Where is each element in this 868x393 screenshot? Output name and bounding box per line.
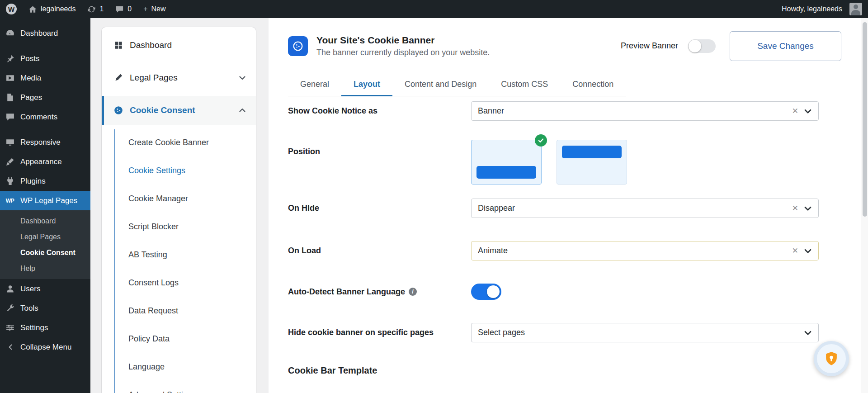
wp-admin-menu: Dashboard Posts Media Pages Comments Res… <box>0 18 90 393</box>
updates-link[interactable]: 1 <box>81 0 109 18</box>
comments-link[interactable]: 0 <box>109 0 137 18</box>
user-icon <box>5 284 15 294</box>
auto-detect-row: Auto-Detect Banner Language i <box>288 284 841 300</box>
subnav-cookie-settings[interactable]: Cookie Settings <box>102 156 256 185</box>
wp-legal-pages-icon: WP <box>5 195 15 206</box>
collapse-menu-button[interactable]: Collapse Menu <box>0 337 90 357</box>
sliders-icon <box>5 322 15 333</box>
submenu-item-legal-pages[interactable]: Legal Pages <box>0 229 90 245</box>
hide-pages-select[interactable]: Select pages <box>471 323 819 342</box>
subnav-language[interactable]: Language <box>102 353 256 381</box>
subnav-data-request[interactable]: Data Request <box>102 297 256 325</box>
subnav-consent-logs[interactable]: Consent Logs <box>102 269 256 297</box>
banner-top-preview <box>562 146 622 158</box>
sidebar-item-media[interactable]: Media <box>0 68 90 88</box>
subnav-ab-testing[interactable]: AB Testing <box>102 241 256 269</box>
on-hide-select[interactable]: Disappear ✕ <box>471 199 819 218</box>
plugin-nav-cookie-consent[interactable]: Cookie Consent <box>102 96 256 125</box>
preview-banner-toggle[interactable] <box>688 39 716 53</box>
chevron-up-icon <box>238 106 247 115</box>
show-notice-select[interactable]: Banner ✕ <box>471 101 819 121</box>
tab-layout[interactable]: Layout <box>341 75 392 96</box>
chevron-down-icon[interactable] <box>803 328 813 338</box>
comments-count: 0 <box>127 5 132 13</box>
select-value: Animate <box>478 246 508 256</box>
menu-label: Appearance <box>20 157 62 166</box>
sidebar-item-appearance[interactable]: Appearance <box>0 152 90 171</box>
sidebar-item-pages[interactable]: Pages <box>0 88 90 107</box>
comments-bubble-icon <box>115 5 124 14</box>
on-load-select[interactable]: Animate ✕ <box>471 241 819 260</box>
plugin-nav-legal-pages[interactable]: Legal Pages <box>102 63 256 92</box>
new-content-menu[interactable]: + New <box>137 0 171 18</box>
pages-icon <box>5 92 15 103</box>
menu-label: Collapse Menu <box>20 343 71 352</box>
wp-legal-pages-submenu: Dashboard Legal Pages Cookie Consent Hel… <box>0 210 90 279</box>
wrench-icon <box>5 303 15 314</box>
tab-custom-css[interactable]: Custom CSS <box>489 75 560 96</box>
show-notice-label: Show Cookie Notice as <box>288 106 471 116</box>
page-title: Your Site's Cookie Banner <box>316 35 490 46</box>
menu-separator <box>0 127 90 133</box>
clear-icon[interactable]: ✕ <box>792 107 798 115</box>
wp-logo-menu[interactable]: W <box>0 0 23 18</box>
subnav-policy-data[interactable]: Policy Data <box>102 325 256 353</box>
submenu-item-cookie-consent[interactable]: Cookie Consent <box>0 245 90 260</box>
sidebar-item-posts[interactable]: Posts <box>0 49 90 68</box>
plugin-nav-label: Dashboard <box>130 40 172 50</box>
howdy-account-menu[interactable]: Howdy, legalneeds <box>776 0 868 18</box>
sidebar-item-tools[interactable]: Tools <box>0 298 90 318</box>
cookie-banner-logo-icon <box>288 36 308 56</box>
submenu-item-help[interactable]: Help <box>0 260 90 276</box>
site-name-link[interactable]: legalneeds <box>23 0 81 18</box>
scrollbar-thumb[interactable] <box>863 22 867 217</box>
submenu-item-dashboard[interactable]: Dashboard <box>0 213 90 229</box>
updates-count: 1 <box>99 5 104 13</box>
tab-connection[interactable]: Connection <box>560 75 626 96</box>
sidebar-item-users[interactable]: Users <box>0 279 90 298</box>
clear-icon[interactable]: ✕ <box>792 204 798 212</box>
subnav-create-cookie-banner[interactable]: Create Cookie Banner <box>102 128 256 156</box>
chevron-down-icon[interactable] <box>803 106 813 116</box>
auto-detect-language-toggle[interactable] <box>471 284 501 300</box>
subnav-advanced-settings[interactable]: Advanced Settings <box>102 381 256 393</box>
sidebar-item-settings[interactable]: Settings <box>0 318 90 337</box>
sidebar-item-wp-legal-pages[interactable]: WP WP Legal Pages <box>0 191 90 210</box>
cookie-icon <box>113 105 123 115</box>
select-value: Select pages <box>478 328 525 337</box>
position-bottom-option[interactable] <box>471 140 542 185</box>
selected-check-icon <box>535 134 547 147</box>
shield-lock-icon <box>823 350 840 367</box>
clear-icon[interactable]: ✕ <box>792 247 798 255</box>
media-icon <box>5 73 15 84</box>
tab-general[interactable]: General <box>288 75 341 96</box>
wp-admin-bar: W legalneeds 1 0 + New Howdy, legalneeds <box>0 0 868 18</box>
tab-content-and-design[interactable]: Content and Design <box>392 75 489 96</box>
on-load-label: On Load <box>288 246 471 256</box>
privacy-shield-fab-button[interactable] <box>814 341 849 376</box>
menu-label: Users <box>20 284 40 294</box>
header-actions: Preview Banner Save Changes <box>621 31 841 61</box>
menu-separator <box>0 43 90 49</box>
plugin-nav-dashboard[interactable]: Dashboard <box>102 31 256 60</box>
menu-label: Plugins <box>20 177 46 186</box>
pin-icon <box>5 53 15 64</box>
subnav-script-blocker[interactable]: Script Blocker <box>102 213 256 241</box>
new-label: New <box>151 5 166 13</box>
sidebar-item-dashboard[interactable]: Dashboard <box>0 24 90 43</box>
save-changes-button[interactable]: Save Changes <box>730 31 841 61</box>
sidebar-item-comments[interactable]: Comments <box>0 107 90 127</box>
cookie-bar-template-heading: Cookie Bar Template <box>288 365 841 376</box>
info-icon[interactable]: i <box>409 288 417 296</box>
content-header: Your Site's Cookie Banner The banner cur… <box>288 30 841 62</box>
on-hide-row: On Hide Disappear ✕ <box>288 199 841 218</box>
chevron-down-icon[interactable] <box>803 204 813 213</box>
subnav-cookie-manager[interactable]: Cookie Manager <box>102 185 256 213</box>
on-hide-label: On Hide <box>288 204 471 213</box>
position-top-option[interactable] <box>557 140 627 185</box>
home-icon <box>28 5 37 14</box>
sidebar-item-responsive[interactable]: Responsive <box>0 133 90 152</box>
sidebar-item-plugins[interactable]: Plugins <box>0 171 90 191</box>
chevron-down-icon[interactable] <box>803 246 813 256</box>
menu-label: Settings <box>20 323 48 332</box>
